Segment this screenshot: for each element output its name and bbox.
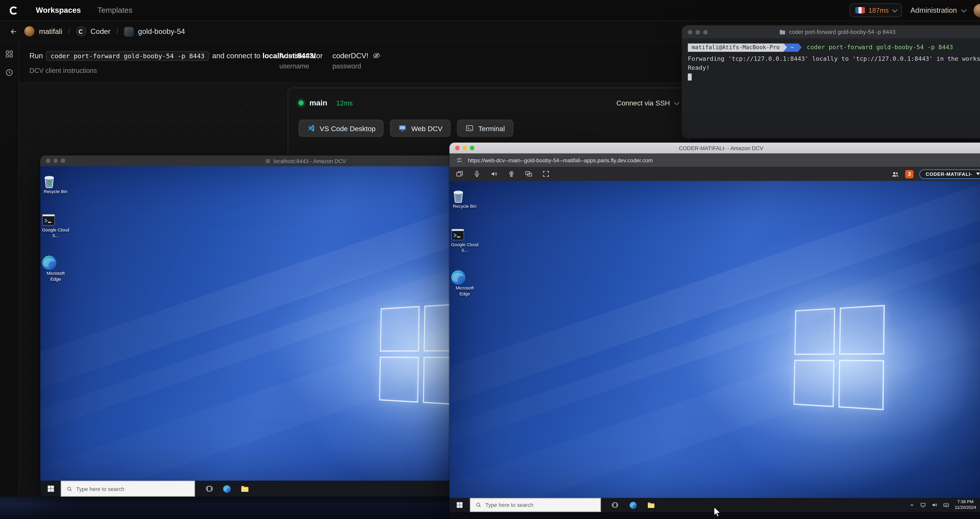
browser-url-bar[interactable]: https://web-dcv--main--gold-booby-54--ma… bbox=[449, 153, 980, 167]
collaborators-button[interactable] bbox=[891, 170, 899, 178]
web-dcv-label: Web DCV bbox=[411, 124, 442, 132]
connection-icon bbox=[456, 157, 463, 164]
nav-templates[interactable]: Templates bbox=[97, 6, 132, 15]
prompt-host-segment: matifali@Atifs-MacBook-Pro bbox=[688, 43, 783, 51]
dcv-client-instructions-link[interactable]: DCV client instructions bbox=[29, 65, 315, 75]
minimize-icon[interactable] bbox=[463, 146, 467, 150]
taskbar-explorer-button[interactable] bbox=[642, 498, 660, 512]
desktop-icon-recycle-bin[interactable]: Recycle Bin bbox=[41, 173, 70, 195]
prompt-line: matifali@Atifs-MacBook-Pro ~ coder port-… bbox=[688, 43, 980, 53]
folder-icon bbox=[779, 29, 786, 35]
coder-logo-icon[interactable] bbox=[8, 5, 19, 16]
icon-label: Recycle Bin bbox=[450, 204, 479, 210]
password-value: coderDCV! bbox=[332, 52, 368, 59]
windows-start-icon bbox=[456, 501, 463, 509]
file-explorer-icon bbox=[647, 501, 655, 509]
clock-time: 7:38 PM bbox=[955, 499, 976, 505]
agent-latency: 12ms bbox=[336, 99, 353, 107]
touch-keyboard-icon[interactable] bbox=[943, 502, 950, 508]
zoom-icon[interactable] bbox=[61, 159, 65, 163]
toggle-password-visibility-icon[interactable] bbox=[373, 52, 380, 59]
terminal-button[interactable]: Terminal bbox=[457, 119, 513, 137]
terminal-icon bbox=[466, 124, 474, 132]
agent-actions: VS Code Desktop Web DCV Terminal bbox=[288, 116, 689, 140]
desktop-icon-gcloud-shell[interactable]: Google Cloud S... bbox=[41, 212, 70, 239]
desktop-icon-gcloud-shell[interactable]: Google Cloud S... bbox=[450, 227, 479, 253]
terminal-titlebar[interactable]: coder port-forward gold-booby-54 -p 8443 bbox=[682, 25, 980, 38]
search-input[interactable] bbox=[485, 502, 595, 508]
taskbar-search[interactable] bbox=[470, 498, 601, 512]
breadcrumb-workspace[interactable]: gold-booby-54 bbox=[124, 27, 185, 36]
webcam-button[interactable] bbox=[508, 170, 515, 178]
screen: Workspaces Templates 187ms Administratio… bbox=[0, 0, 980, 519]
system-tray: 7:38 PM 11/20/2024 bbox=[909, 498, 980, 512]
minimize-icon[interactable] bbox=[695, 30, 700, 34]
displays-button[interactable] bbox=[525, 170, 533, 178]
chevron-down-icon bbox=[674, 100, 679, 105]
microphone-button[interactable] bbox=[473, 170, 480, 178]
speaker-button[interactable] bbox=[490, 170, 498, 178]
edge-icon bbox=[450, 269, 479, 286]
start-button[interactable] bbox=[40, 481, 60, 497]
breadcrumb-workspace-label: gold-booby-54 bbox=[138, 27, 185, 35]
close-icon[interactable] bbox=[455, 146, 459, 150]
desktop-icon-recycle-bin[interactable]: Recycle Bin bbox=[450, 187, 479, 210]
minimize-icon[interactable] bbox=[53, 159, 57, 163]
taskbar-clock[interactable]: 7:38 PM 11/20/2024 bbox=[955, 499, 976, 511]
apps-grid-icon[interactable] bbox=[5, 50, 13, 58]
france-flag-icon bbox=[855, 7, 865, 14]
windows-cascade-button[interactable] bbox=[456, 170, 463, 178]
task-view-button[interactable] bbox=[606, 498, 624, 512]
icon-label: Microsoft Edge bbox=[450, 286, 479, 297]
taskbar-edge-button[interactable] bbox=[218, 481, 236, 497]
breadcrumb-user-label: matifali bbox=[39, 27, 62, 35]
breadcrumb-user[interactable]: matifali bbox=[24, 26, 62, 37]
task-view-button[interactable] bbox=[200, 481, 218, 497]
arrow-left-icon bbox=[9, 27, 18, 35]
connect-via-ssh-dropdown[interactable]: Connect via SSH bbox=[616, 99, 678, 107]
zoom-icon[interactable] bbox=[470, 146, 474, 150]
speaker-icon bbox=[490, 170, 498, 178]
history-icon[interactable] bbox=[5, 68, 13, 76]
vscode-desktop-button[interactable]: VS Code Desktop bbox=[299, 119, 384, 137]
taskbar-explorer-button[interactable] bbox=[236, 481, 254, 497]
breadcrumb-org[interactable]: Coder bbox=[76, 26, 110, 37]
port-forward-command: coder port-forward gold-booby-54 -p 8443 bbox=[46, 51, 209, 61]
latency-button[interactable]: 187ms bbox=[849, 3, 902, 17]
administration-menu[interactable]: Administration bbox=[910, 6, 965, 14]
network-icon[interactable] bbox=[920, 502, 927, 508]
terminal-content[interactable]: matifali@Atifs-MacBook-Pro ~ coder port-… bbox=[682, 38, 980, 87]
edge-icon bbox=[629, 501, 637, 509]
nav-workspaces[interactable]: Workspaces bbox=[36, 6, 81, 15]
close-icon[interactable] bbox=[46, 159, 50, 163]
volume-icon[interactable] bbox=[932, 502, 938, 508]
zoom-icon[interactable] bbox=[703, 30, 708, 34]
taskbar-search[interactable] bbox=[61, 481, 195, 497]
back-button[interactable] bbox=[6, 24, 21, 38]
start-button[interactable] bbox=[449, 498, 470, 512]
search-input[interactable] bbox=[76, 486, 189, 492]
workspace-icon bbox=[124, 27, 134, 36]
close-icon[interactable] bbox=[688, 30, 692, 34]
dual-monitor-icon bbox=[525, 170, 533, 178]
agent-name: main bbox=[310, 99, 327, 107]
user-menu[interactable] bbox=[974, 3, 980, 17]
session-dropdown[interactable]: CODER-MATIFALI- bbox=[919, 169, 980, 179]
desktop-icon-edge[interactable]: Microsoft Edge bbox=[41, 255, 70, 282]
fullscreen-button[interactable] bbox=[542, 170, 550, 178]
windows-start-icon bbox=[46, 484, 54, 493]
copy-icon[interactable] bbox=[979, 156, 980, 164]
tray-chevron-up-icon[interactable] bbox=[909, 502, 915, 508]
mouse-cursor bbox=[713, 506, 722, 518]
desktop-icon-edge[interactable]: Microsoft Edge bbox=[450, 269, 479, 297]
gcloud-shell-icon bbox=[41, 212, 70, 228]
taskbar-edge-button[interactable] bbox=[624, 498, 642, 512]
icon-label: Microsoft Edge bbox=[41, 271, 70, 282]
windows-desktop-web[interactable]: Recycle Bin Google Cloud S... Microsoft … bbox=[449, 181, 980, 498]
web-dcv-button[interactable]: Web DCV bbox=[390, 119, 451, 137]
dcv-web-titlebar[interactable]: CODER-MATIFALI- - Amazon DCV bbox=[449, 142, 980, 153]
terminal-cursor bbox=[688, 74, 691, 81]
username-label: username bbox=[279, 62, 323, 70]
url-text[interactable]: https://web-dcv--main--gold-booby-54--ma… bbox=[468, 157, 974, 164]
gcloud-shell-icon bbox=[450, 227, 479, 242]
